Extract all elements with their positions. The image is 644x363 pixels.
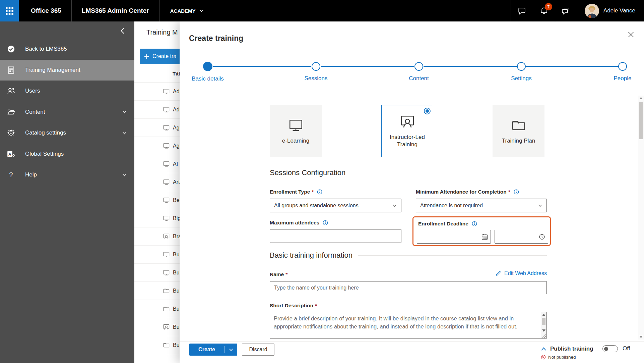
maximum-attendees-input[interactable] [270,229,401,243]
a-with-gear-icon: A [7,150,15,158]
table-row[interactable]: Be [134,191,180,209]
step-label: People [596,75,644,82]
publish-toggle[interactable] [602,345,618,352]
title-column-header[interactable]: Titl [173,71,180,76]
create-training-label: Create tra [152,53,176,59]
step-basic-details[interactable]: Basic details [181,62,235,82]
chevron-down-icon [122,172,127,177]
office-365-brand[interactable]: Office 365 [19,0,71,21]
scroll-down-arrow[interactable] [542,329,545,332]
folder-icon [163,287,170,294]
training-name-input[interactable] [270,281,547,294]
tenant-selector[interactable]: ACADEMY [159,0,214,21]
table-row[interactable]: Bu [134,300,180,318]
step-people[interactable]: People [596,62,644,82]
table-row[interactable]: Bu [134,246,180,264]
app-launcher-button[interactable] [0,0,19,21]
minimum-attendance-select[interactable]: Attendance is not required [416,199,547,212]
step-settings[interactable]: Settings [495,62,548,82]
table-row[interactable]: Ad [134,83,180,101]
sidebar-collapse-button[interactable] [119,27,127,35]
enrollment-deadline-date-input[interactable] [417,230,491,244]
info-icon[interactable] [472,221,477,226]
monitor-icon [163,197,170,204]
sidebar-item-catalog-settings[interactable]: Catalog settings [0,122,134,144]
sidebar-item-help[interactable]: ? Help [0,164,134,186]
monitor-icon [163,269,170,276]
resize-grip[interactable] [541,333,546,338]
create-button[interactable]: Create [189,344,237,356]
table-row[interactable]: Art [134,173,180,191]
chat-button[interactable] [511,0,533,21]
top-bar: Office 365 LMS365 Admin Center ACADEMY 7 [0,0,644,21]
calendar-icon[interactable] [481,233,488,240]
sidebar-item-label: Users [25,88,127,94]
training-list-rows: Ad Ad Ag Ag AI Art [134,82,180,354]
create-options-button[interactable] [224,344,237,356]
section-heading: Sessions Configuration [270,168,345,177]
info-icon[interactable] [514,189,519,195]
folder-icon [163,305,170,312]
scrollbar-thumb[interactable] [542,318,545,325]
step-content[interactable]: Content [392,62,446,82]
select-value: Attendance is not required [420,203,483,209]
scroll-up-arrow[interactable] [542,314,545,316]
table-row[interactable]: Bra [134,227,180,246]
topbar-actions: 7 [511,0,644,21]
monitor-icon [163,251,170,258]
table-row[interactable]: Bu [134,264,180,282]
table-row[interactable]: Big [134,209,180,227]
document-list-icon [7,66,15,74]
info-icon[interactable] [317,189,322,195]
info-icon[interactable] [323,220,328,225]
step-sessions[interactable]: Sessions [289,62,343,82]
textarea-scrollbar[interactable] [541,312,546,339]
table-row[interactable]: AI [134,155,180,173]
scrollbar-thumb[interactable] [639,102,643,139]
short-description-label: Short Description * [270,303,317,309]
modal-scrollbar[interactable] [638,96,644,340]
monitor-icon [163,88,170,95]
sidebar-item-training-management[interactable]: Training Management [0,60,134,81]
question-mark-icon: ? [7,170,15,179]
clock-icon[interactable] [538,233,545,240]
sidebar-item-back-to-lms365[interactable]: Back to LMS365 [0,39,134,60]
enrollment-type-label: Enrollment Type * [270,189,322,195]
edit-web-address-link[interactable]: Edit Web Address [495,270,547,276]
close-icon[interactable] [627,30,635,39]
user-menu[interactable]: Adele Vance [577,0,644,21]
table-row[interactable]: Ad [134,101,180,119]
sidebar-item-users[interactable]: Users [0,81,134,102]
publish-expand-icon[interactable] [540,346,547,353]
training-type-training-plan[interactable]: Training Plan [493,105,544,157]
discard-button[interactable]: Discard [242,344,274,356]
step-label: Basic details [181,75,235,82]
table-row[interactable]: Bu [134,282,180,300]
monitor-icon [163,124,170,131]
training-type-elearning[interactable]: e-Learning [270,105,322,157]
feedback-button[interactable] [555,0,577,21]
notification-badge: 7 [545,3,552,10]
admin-center-title[interactable]: LMS365 Admin Center [72,0,159,21]
publish-status: Not published [541,355,576,360]
table-row[interactable]: Bu [134,318,180,336]
training-type-label: Instructor-Led Training [385,134,430,148]
sidebar-item-global-settings[interactable]: A Global Settings [0,144,134,165]
short-description-input[interactable] [270,312,547,339]
chevron-down-icon [199,8,204,13]
scroll-down-arrow[interactable] [639,336,643,338]
sidebar-item-label: Catalog settings [25,129,112,136]
folder-icon [163,342,170,349]
training-type-instructor-led[interactable]: Instructor-Led Training [381,105,433,157]
sidebar-item-content[interactable]: Content [0,102,134,123]
scroll-up-arrow[interactable] [639,97,643,99]
training-type-label: Training Plan [502,137,535,145]
basic-information-section: Basic training information [270,251,547,260]
enrollment-type-select[interactable]: All groups and standalone sessions [270,199,401,212]
step-circle [312,62,320,71]
table-row[interactable]: Ag [134,119,180,137]
create-training-button[interactable]: Create tra [140,49,180,64]
notifications-button[interactable]: 7 [533,0,555,21]
table-row[interactable]: Ag [134,137,180,155]
table-row[interactable]: Bu [134,336,180,354]
